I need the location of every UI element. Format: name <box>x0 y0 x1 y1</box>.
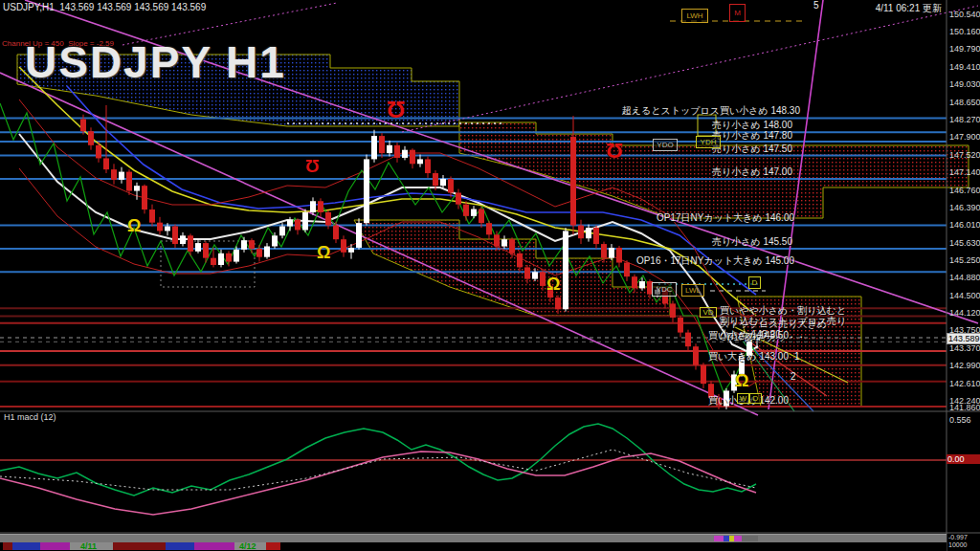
price-axis-label: 144.120 <box>949 308 980 318</box>
candle-bear <box>425 159 431 173</box>
candle-bear <box>486 223 492 234</box>
scrollbar-mark <box>742 536 758 541</box>
session-segment <box>266 542 280 550</box>
candle-bear <box>448 179 454 193</box>
session-segment <box>3 542 12 550</box>
candle-bull <box>264 246 270 256</box>
candle-bull <box>440 179 446 186</box>
candle-bear <box>203 243 209 258</box>
session-level-tag: W <box>737 393 749 404</box>
scrollbar-thumb[interactable] <box>714 536 758 541</box>
candle-bear <box>494 234 500 246</box>
session-level-tag: D <box>749 393 762 404</box>
candle-bear <box>524 267 530 278</box>
candle-bull <box>134 186 140 190</box>
candle-bear <box>379 136 385 153</box>
price-axis-label: 145.250 <box>949 255 980 265</box>
candle-bear <box>693 346 699 364</box>
price-axis-label: 147.520 <box>949 150 980 160</box>
horizontal-scrollbar[interactable] <box>0 534 947 542</box>
price-axis-label: 149.410 <box>949 62 980 72</box>
macd-zero-box: 0.00 <box>947 454 980 464</box>
candle-bull <box>272 235 278 246</box>
session-level-tag: D <box>748 276 761 289</box>
price-axis-label: 146.390 <box>949 203 980 212</box>
price-axis-label: 146.010 <box>949 220 980 230</box>
price-axis-label: 144.500 <box>949 291 980 300</box>
symbol-quote: USDJPY,H1 143.569 143.569 143.569 143.56… <box>3 2 206 12</box>
candle-bear <box>126 172 132 191</box>
trade-annotation: 買い小さめ 143.50 <box>708 329 789 342</box>
candle-bear <box>624 263 630 277</box>
candle-bull <box>501 239 507 246</box>
candle-bear <box>670 303 676 318</box>
candle-bear <box>540 272 546 286</box>
buy-signal-icon: Ω <box>735 371 748 391</box>
candle-bull <box>639 281 645 288</box>
candle-bear <box>456 192 461 204</box>
mt4-chart-window: USDJPY,H1 143.569 143.569 143.569 143.56… <box>0 0 980 551</box>
candle-bear <box>96 145 101 159</box>
price-axis-label: 150.160 <box>949 27 980 36</box>
session-level-tag: YDH <box>696 136 721 148</box>
session-segment <box>194 542 234 550</box>
candle-bear <box>256 249 262 257</box>
session-level-tag: YDC <box>652 282 677 297</box>
candle-bear <box>157 223 163 231</box>
candle-bear <box>249 240 255 249</box>
trade-annotation: OP17日NYカット大きめ 146.00 <box>657 211 794 225</box>
candle-bear <box>172 227 178 245</box>
price-axis-label: 150.540 <box>949 10 980 19</box>
candle-bear <box>333 226 339 240</box>
session-segment <box>166 542 194 550</box>
candle-bear <box>341 239 346 253</box>
session-segment <box>40 542 70 550</box>
candle-bull <box>471 209 477 216</box>
candle-bear <box>463 205 469 216</box>
candle-bear <box>678 318 683 333</box>
candle-bull <box>348 248 354 253</box>
candle-bull <box>356 223 362 248</box>
candle-bear <box>295 220 301 231</box>
candle-bull <box>218 253 224 265</box>
price-axis-label: 149.030 <box>949 79 980 89</box>
candle-bull <box>402 150 408 158</box>
candle-bull <box>180 235 186 244</box>
candle-bull <box>387 145 392 153</box>
price-axis-label: 148.650 <box>949 98 980 107</box>
price-axis-label: 143.370 <box>949 343 980 353</box>
update-timestamp: 4/11 06:21 更新 <box>876 2 942 15</box>
candle-bull <box>586 228 591 238</box>
candle-bull <box>241 240 247 250</box>
candle-bear <box>701 365 706 384</box>
price-axis-label: 147.900 <box>949 132 980 142</box>
candle-bear <box>88 131 94 145</box>
candle-bull <box>119 172 124 180</box>
price-axis-label: 148.270 <box>949 115 980 124</box>
candle-bear <box>593 228 599 244</box>
scrollbar-mark <box>714 536 724 541</box>
wave-count-label: 5 <box>813 0 819 11</box>
time-axis[interactable]: 4/114/12 <box>0 542 947 551</box>
candle-bear <box>318 201 323 212</box>
candle-bull <box>371 136 377 159</box>
session-level-tag: YDO <box>653 139 678 151</box>
candle-bear <box>211 258 216 265</box>
wave-count-label: 1 <box>794 351 800 362</box>
candle-bear <box>142 186 147 209</box>
date-label: 4/12 <box>239 541 256 551</box>
candle-bull <box>302 212 308 231</box>
trade-annotation: 売り小さめ 147.80 <box>712 129 792 143</box>
session-level-tag: LWL <box>681 284 704 297</box>
price-axis-label: 149.790 <box>949 44 980 54</box>
session-level-tag: M <box>729 4 746 22</box>
date-label: 4/11 <box>80 541 97 551</box>
session-level-tag: VD <box>700 307 717 318</box>
wave-count-label: 2 <box>791 371 796 382</box>
buy-signal-icon: Ω <box>127 216 141 236</box>
candle-bull <box>279 227 285 236</box>
candle-bear <box>601 244 607 258</box>
candle-bear <box>149 209 155 223</box>
channel-indicator-label: Channel Up = 450 Slope = -2.59 <box>2 39 114 48</box>
macd-indicator-label: H1 macd (12) <box>4 412 56 422</box>
